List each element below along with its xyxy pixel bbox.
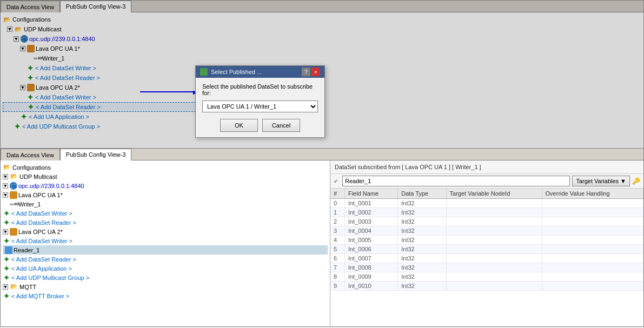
modal-overlay: Select Published ... ? × Select the publ… <box>1 1 643 148</box>
modal-title: Select Published ... <box>211 69 262 75</box>
right-panel: DataSet subscribed from [ Lava OPC UA 1 … <box>330 160 643 326</box>
col-header-target-var: Target Variable NodeId <box>446 189 542 199</box>
folder-open-icon-b <box>3 163 11 172</box>
reader-toolbar: ✔ Target Variables ▼ 🔑 <box>330 174 643 189</box>
table-header-row: # Field Name Data Type Target Variable N… <box>330 189 643 199</box>
table-row[interactable]: 8Int_0009Int32 <box>330 272 643 282</box>
tree-lava-opc2-bottom: ▼ Lava OPC UA 2* <box>3 227 328 236</box>
table-row[interactable]: 5Int_0006Int32 <box>330 245 643 254</box>
expand-lava1-bottom[interactable]: ▼ <box>3 192 8 198</box>
modal-close-button[interactable]: × <box>311 68 320 76</box>
table-row[interactable]: 4Int_0005Int32 <box>330 236 643 245</box>
dataset-header: DataSet subscribed from [ Lava OPC UA 1 … <box>330 160 643 174</box>
check-icon: ✔ <box>334 178 338 184</box>
plus-icon-ua-bottom: ✦ <box>3 265 10 272</box>
tree-add-reader2-bottom[interactable]: ✦ < Add DataSet Reader > <box>3 255 328 264</box>
table-row[interactable]: 3Int_0004Int32 <box>330 226 643 236</box>
modal-app-icon <box>200 68 208 76</box>
modal-select-published: Select Published ... ? × Select the publ… <box>195 65 325 138</box>
expand-opc-bottom[interactable]: ▼ <box>3 183 8 189</box>
reader-icon-bottom <box>5 246 12 254</box>
globe-icon-bottom <box>10 182 17 190</box>
table-row[interactable]: 2Int_0003Int32 <box>330 217 643 226</box>
tree-add-udp-group-bottom[interactable]: ✦ < Add UDP Multicast Group > <box>3 273 328 282</box>
modal-help-button[interactable]: ? <box>302 68 310 76</box>
table-row[interactable]: 7Int_0008Int32 <box>330 263 643 272</box>
plus-icon-udp-bottom: ✦ <box>3 274 10 282</box>
opc-icon-1-bottom <box>10 191 17 199</box>
table-row[interactable]: 9Int_0010Int32 <box>330 282 643 291</box>
modal-cancel-button[interactable]: Cancel <box>262 119 300 132</box>
chevron-down-icon: ▼ <box>620 178 626 184</box>
expand-mqtt-bottom[interactable]: ▼ <box>3 284 8 290</box>
modal-description: Select the published DataSet to subscrib… <box>202 83 318 96</box>
plus-icon-w2-bottom: ✦ <box>3 237 10 245</box>
expand-lava2-bottom[interactable]: ▼ <box>3 229 8 235</box>
plus-icon-r1-bottom: ✦ <box>3 219 10 226</box>
folder-udp-icon-b <box>10 172 18 181</box>
tree-add-writer1-bottom[interactable]: ✦ < Add DataSet Writer > <box>3 209 328 218</box>
folder-mqtt-icon-b <box>10 283 18 291</box>
reader-name-input[interactable] <box>342 176 570 186</box>
plus-icon-mqtt-bottom: ✦ <box>3 292 10 300</box>
col-header-num: # <box>330 189 344 199</box>
table-row[interactable]: 6Int_0007Int32 <box>330 254 643 263</box>
col-header-data-type: Data Type <box>398 189 446 199</box>
plus-icon-r2-bottom: ✦ <box>3 256 10 263</box>
expand-udp-bottom[interactable]: ▼ <box>3 174 8 179</box>
tab-data-access-view-bottom[interactable]: Data Access View <box>1 149 60 160</box>
modal-titlebar: Select Published ... ? × <box>196 66 324 78</box>
tree-configurations-bottom: Configurations <box>3 163 328 172</box>
data-table: # Field Name Data Type Target Variable N… <box>330 189 643 291</box>
tree-reader1-bottom[interactable]: Reader_1 <box>3 245 328 255</box>
modal-ok-button[interactable]: OK <box>220 119 258 132</box>
bottom-tree-panel: Configurations ▼ UDP Multicast ▼ opc.udp… <box>1 160 330 326</box>
tab-pubsub-config-bottom[interactable]: PubSub Config View-3 <box>60 149 131 160</box>
writer-icon-bottom: ✏ <box>10 200 17 208</box>
table-row[interactable]: 1Int_0002Int32 <box>330 208 643 217</box>
tree-add-reader1-bottom[interactable]: ✦ < Add DataSet Reader > <box>3 218 328 227</box>
tree-mqtt-bottom: ▼ MQTT <box>3 282 328 291</box>
tree-opc-address-bottom: ▼ opc.udp://239.0.0.1:4840 <box>3 181 328 190</box>
tree-add-ua-app-bottom[interactable]: ✦ < Add UA Application > <box>3 264 328 273</box>
table-row[interactable]: 0Int_0001Int32 <box>330 199 643 208</box>
tree-udp-multicast-bottom: ▼ UDP Multicast <box>3 172 328 181</box>
tree-add-mqtt-bottom[interactable]: ✦ < Add MQTT Broker > <box>3 291 328 300</box>
tree-writer1-bottom: ✏ Writer_1 <box>3 199 328 209</box>
opc-icon-2-bottom <box>10 228 17 236</box>
col-header-override: Override Value Handling <box>542 189 643 199</box>
key-icon: 🔑 <box>632 177 640 185</box>
tree-lava-opc1-bottom: ▼ Lava OPC UA 1* <box>3 190 328 199</box>
plus-icon-w1-bottom: ✦ <box>3 210 10 217</box>
target-variables-button[interactable]: Target Variables ▼ <box>572 176 630 186</box>
modal-dataset-select[interactable]: Lava OPC UA 1 / Writer_1 <box>202 101 318 112</box>
col-header-field-name: Field Name <box>344 189 397 199</box>
tree-add-writer2-bottom[interactable]: ✦ < Add DataSet Writer > <box>3 236 328 245</box>
